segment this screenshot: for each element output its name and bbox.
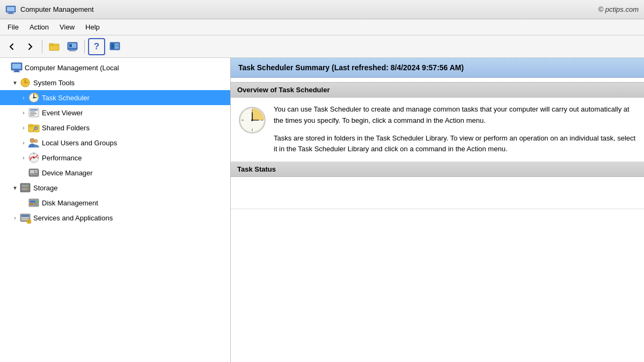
toolbar-separator-2: [84, 40, 85, 54]
services-arrow: ›: [11, 215, 19, 221]
svg-rect-10: [72, 46, 76, 47]
svg-rect-46: [30, 170, 34, 173]
storage-arrow: ▼: [11, 185, 19, 191]
sidebar-item-device-manager[interactable]: Device Manager: [0, 165, 230, 180]
view-console-button[interactable]: [64, 38, 81, 55]
svg-rect-32: [30, 113, 36, 114]
svg-rect-62: [21, 217, 29, 218]
sidebar-item-task-scheduler[interactable]: › Task Scheduler: [0, 90, 230, 105]
svg-point-38: [30, 138, 34, 143]
menu-file[interactable]: File: [2, 21, 24, 33]
svg-rect-2: [9, 12, 13, 13]
svg-rect-15: [115, 46, 119, 49]
svg-rect-30: [30, 109, 38, 110]
sidebar-item-storage[interactable]: ▼ Storage: [0, 180, 230, 195]
svg-rect-58: [30, 203, 33, 205]
sidebar-item-shared-folders[interactable]: › Shared Folders: [0, 120, 230, 135]
svg-rect-35: [28, 124, 33, 126]
computer-management-label: Computer Management (Local: [25, 64, 119, 72]
sidebar-item-system-tools[interactable]: ▼ System Tools: [0, 75, 230, 90]
svg-point-75: [251, 119, 253, 121]
svg-rect-61: [21, 215, 29, 217]
system-tools-arrow: ▼: [11, 80, 19, 86]
tree-root: Computer Management (Local ▼ System Tool…: [0, 58, 230, 227]
svg-point-23: [25, 82, 26, 84]
task-scheduler-label: Task Scheduler: [42, 94, 90, 102]
svg-rect-48: [35, 172, 38, 173]
svg-rect-9: [72, 44, 76, 46]
svg-point-54: [27, 188, 29, 190]
svg-point-28: [33, 97, 35, 99]
event-viewer-label: Event Viewer: [42, 109, 83, 117]
task-status-title: Task Status: [237, 165, 276, 173]
local-users-arrow: ›: [19, 140, 28, 146]
performance-icon: [28, 152, 40, 164]
performance-arrow: ›: [19, 155, 28, 161]
overview-section: You can use Task Scheduler to create and…: [231, 98, 644, 162]
storage-label: Storage: [33, 184, 58, 192]
content-area: Task Scheduler Summary (Last refreshed: …: [231, 58, 644, 362]
toolbar: ?: [0, 35, 644, 58]
disk-management-label: Disk Management: [42, 199, 98, 207]
sidebar-item-local-users[interactable]: › Local Users and Groups: [0, 135, 230, 150]
device-manager-label: Device Manager: [42, 169, 93, 177]
app-icon: [5, 4, 16, 15]
device-manager-icon: [28, 167, 40, 179]
svg-rect-17: [12, 64, 21, 69]
svg-rect-31: [30, 112, 35, 113]
svg-rect-1: [7, 7, 14, 11]
local-users-label: Local Users and Groups: [42, 139, 117, 147]
title-bar: Computer Management © pctips.com: [0, 0, 644, 19]
svg-point-53: [27, 185, 29, 187]
svg-rect-8: [69, 44, 72, 47]
help-button[interactable]: ?: [88, 38, 105, 55]
shared-folders-arrow: ›: [19, 125, 28, 131]
event-viewer-arrow: ›: [19, 110, 28, 116]
menu-bar: File Action View Help: [0, 19, 644, 35]
svg-rect-49: [30, 174, 38, 175]
overview-para-2: Tasks are stored in folders in the Task …: [274, 133, 636, 156]
local-users-icon: [28, 137, 40, 149]
performance-label: Performance: [42, 154, 82, 162]
sidebar-item-event-viewer[interactable]: › Event Viewer: [0, 105, 230, 120]
disk-management-icon: [28, 197, 40, 209]
system-tools-icon: [19, 77, 31, 88]
panel-view-button[interactable]: [106, 38, 123, 55]
overview-section-header: Overview of Task Scheduler: [231, 82, 644, 98]
menu-view[interactable]: View: [54, 21, 80, 33]
svg-rect-56: [30, 201, 35, 203]
services-icon: [19, 212, 31, 224]
svg-rect-14: [115, 43, 119, 46]
menu-help[interactable]: Help: [80, 21, 105, 33]
sidebar-item-performance[interactable]: › Performance: [0, 150, 230, 165]
back-button[interactable]: [3, 38, 20, 55]
sidebar-item-computer-management[interactable]: Computer Management (Local: [0, 60, 230, 75]
event-viewer-icon: [28, 107, 40, 119]
sidebar-item-disk-management[interactable]: Disk Management: [0, 195, 230, 210]
svg-rect-59: [34, 203, 38, 205]
svg-rect-5: [49, 43, 53, 45]
shared-folders-label: Shared Folders: [42, 124, 90, 132]
main-layout: Computer Management (Local ▼ System Tool…: [0, 58, 644, 362]
svg-point-44: [33, 157, 35, 159]
svg-rect-11: [69, 50, 76, 51]
svg-rect-13: [111, 43, 114, 49]
task-status-section: [231, 177, 644, 209]
sidebar: Computer Management (Local ▼ System Tool…: [0, 58, 231, 362]
overview-text: You can use Task Scheduler to create and…: [274, 104, 636, 155]
svg-rect-57: [36, 201, 38, 203]
storage-icon: [19, 182, 31, 194]
content-header-text: Task Scheduler Summary (Last refreshed: …: [238, 63, 464, 72]
window-title: Computer Management: [20, 5, 94, 13]
svg-point-66: [28, 221, 30, 222]
svg-point-39: [34, 139, 38, 143]
forward-button[interactable]: [21, 38, 39, 55]
shared-folders-icon: [28, 122, 40, 134]
open-folder-button[interactable]: [46, 38, 63, 55]
clock-icon: [238, 106, 266, 134]
menu-action[interactable]: Action: [24, 21, 54, 33]
sidebar-item-services[interactable]: › Services and Applications: [0, 210, 230, 225]
toolbar-separator-1: [42, 40, 42, 54]
content-header: Task Scheduler Summary (Last refreshed: …: [231, 58, 644, 78]
svg-rect-18: [14, 70, 19, 71]
